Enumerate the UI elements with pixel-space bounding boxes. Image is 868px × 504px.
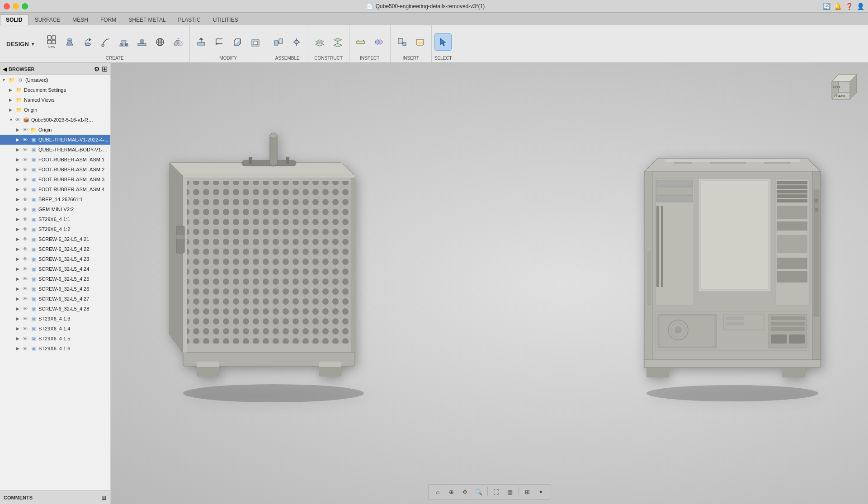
eye-icon-origin2[interactable]: 👁 [23,127,30,132]
svg-rect-1 [52,36,56,39]
cube-model-right [619,108,845,407]
offset-plane-button[interactable] [311,33,328,51]
mirror-button[interactable] [170,33,187,51]
tree-label-root: (Unsaved) [25,77,48,83]
tab-surface[interactable]: SURFACE [29,14,66,25]
loft-button[interactable] [115,33,132,51]
tree-item-qube500[interactable]: ▼ 👁 📦 Qube500-2023-5-16-v1-Referenc(... [0,115,110,125]
tab-utilities[interactable]: UTILITIES [207,14,244,25]
tree-item-screw28[interactable]: ▶ 👁 ▣ SCREW-6_32-L5_4:28 [0,304,110,314]
tab-mesh[interactable]: MESH [66,14,94,25]
notification-icon[interactable]: 🔔 [834,3,842,10]
midplane-button[interactable] [329,33,346,51]
tree-item-thermal-body[interactable]: ▶ 👁 ▣ QUBE-THERMAL-BODY-V1-2-... [0,145,110,155]
tree-item-st3[interactable]: ▶ 👁 ▣ ST29X6_4 1:3 [0,314,110,324]
zoom-button[interactable]: 🔍 [473,486,485,498]
modify-tools [193,27,264,55]
inspect-label[interactable]: INSPECT [360,56,379,61]
help-icon[interactable]: ❓ [845,3,853,10]
browser-settings-icon[interactable]: ⚙ [94,66,100,73]
shell-button[interactable] [247,33,264,51]
title-bar: 📄 Qube500-engineering-details-removed-v3… [0,0,868,13]
tree-item-root[interactable]: ▼ 📁 ⚙ (Unsaved) [0,75,110,85]
tree-item-st4[interactable]: ▶ 👁 ▣ ST29X6_4 1:4 [0,324,110,334]
svg-rect-117 [771,327,805,331]
fit-button[interactable]: ⛶ [491,486,502,498]
browser-expand-icon[interactable]: ⊞ [102,65,108,73]
tree-item-gem[interactable]: ▶ 👁 ▣ GEM-MINI-V2:2 [0,204,110,214]
tab-solid[interactable]: SOLID [0,14,28,25]
rib-button[interactable] [133,33,151,51]
fillet-button[interactable] [211,33,228,51]
tree-item-screw27[interactable]: ▶ 👁 ▣ SCREW-6_32-L5_4:27 [0,294,110,304]
tree-item-st1[interactable]: ▶ 👁 ▣ ST29X6_4 1:1 [0,214,110,224]
viewport[interactable]: BACK LEFT ⌂ ⊕ ✥ 🔍 ⛶ ▦ ⊞ ✦ [111,63,868,504]
tree-item-st6[interactable]: ▶ 👁 ▣ ST29X6_4 1:6 [0,344,110,353]
eye-icon-qube[interactable]: 👁 [15,117,23,122]
extrude-button[interactable] [61,33,78,51]
press-pull-button[interactable] [193,33,210,51]
title-icon: 📄 [366,3,373,9]
assemble-label[interactable]: ASSEMBLE [275,56,300,61]
tree-arrow-thermal: ▶ [16,137,23,142]
minimize-button[interactable] [13,3,19,9]
tree-item-foot4[interactable]: ▶ 👁 ▣ FOOT-RUBBER-ASM_ASM:4 [0,184,110,194]
home-view-button[interactable]: ⌂ [432,486,444,498]
insert-label[interactable]: INSERT [403,56,420,61]
tree-item-st5[interactable]: ▶ 👁 ▣ ST29X6_4 1:5 [0,334,110,344]
user-icon[interactable]: 👤 [857,3,864,10]
select-label[interactable]: SELECT [434,56,452,61]
effects-button[interactable]: ✦ [535,486,547,498]
tree-item-origin-2[interactable]: ▶ 👁 📁 Origin [0,125,110,135]
orbit-button[interactable]: ⊕ [446,486,458,498]
svg-rect-87 [656,180,693,187]
interference-button[interactable] [370,33,387,51]
body-icon: ▣ [30,146,37,153]
tree-item-named-views[interactable]: ▶ 📁 Named Views [0,95,110,105]
eye-icon-thermal[interactable]: 👁 [23,137,30,142]
tree-item-thermal-v1[interactable]: ▶ 👁 ▣ QUBE-THERMAL-V1-2022-4-... [0,135,110,145]
create-label[interactable]: CREATE [106,56,124,61]
pan-button[interactable]: ✥ [459,486,471,498]
construct-label[interactable]: CONSTRUCT [314,56,343,61]
maximize-button[interactable] [22,3,28,9]
insert-derive-button[interactable] [393,33,410,51]
tree-item-foot2[interactable]: ▶ 👁 ▣ FOOT-RUBBER-ASM_ASM:2 [0,165,110,174]
new-component-button[interactable]: New [43,33,60,51]
tree-item-st2[interactable]: ▶ 👁 ▣ ST29X6_4 1:2 [0,224,110,234]
tree-item-foot1[interactable]: ▶ 👁 ▣ FOOT-RUBBER-ASM_ASM:1 [0,155,110,165]
tree-item-doc-settings[interactable]: ▶ 📁 Document Settings [0,85,110,95]
view-cube[interactable]: BACK LEFT [823,72,859,108]
measure-button[interactable] [352,33,369,51]
grid-button[interactable]: ⊞ [522,486,533,498]
insert-svg-button[interactable]: SVG [411,33,429,51]
web-button[interactable] [151,33,169,51]
tree-item-screw23[interactable]: ▶ 👁 ▣ SCREW-6_32-L5_4:23 [0,254,110,264]
tree-item-screw22[interactable]: ▶ 👁 ▣ SCREW-6_32-L5_4:22 [0,244,110,254]
sync-icon[interactable]: 🔄 [823,3,830,10]
design-dropdown[interactable]: DESIGN ▼ [2,25,40,62]
tree-item-screw24[interactable]: ▶ 👁 ▣ SCREW-6_32-L5_4:24 [0,264,110,274]
comments-expand-icon[interactable]: ⊞ [101,494,107,501]
tab-plastic[interactable]: PLASTIC [172,14,207,25]
chamfer-button[interactable] [229,33,246,51]
new-component-assemble-button[interactable] [270,33,287,51]
tree-item-screw25[interactable]: ▶ 👁 ▣ SCREW-6_32-L5_4:25 [0,274,110,284]
revolve-button[interactable] [79,33,96,51]
tree-item-foot3[interactable]: ▶ 👁 ▣ FOOT-RUBBER-ASM_ASM:3 [0,174,110,184]
tree-item-screw26[interactable]: ▶ 👁 ▣ SCREW-6_32-L5_4:26 [0,284,110,294]
svg-marker-20 [179,40,182,45]
modify-label[interactable]: MODIFY [219,56,237,61]
tree-item-screw21[interactable]: ▶ 👁 ▣ SCREW-6_32-L5_4:21 [0,234,110,244]
sweep-button[interactable] [97,33,114,51]
display-mode-button[interactable]: ▦ [504,486,516,498]
joint-button[interactable] [288,33,305,51]
tree-item-origin[interactable]: ▶ 📁 Origin [0,105,110,115]
svg-rect-55 [197,362,219,367]
tree-item-brep[interactable]: ▶ 👁 ▣ BREP_14-262661:1 [0,194,110,204]
browser-collapse-icon[interactable]: ◀ [3,66,7,72]
select-button[interactable] [434,33,452,51]
close-button[interactable] [4,3,10,9]
tab-form[interactable]: FORM [94,14,122,25]
tab-sheet-metal[interactable]: SHEET METAL [123,14,171,25]
